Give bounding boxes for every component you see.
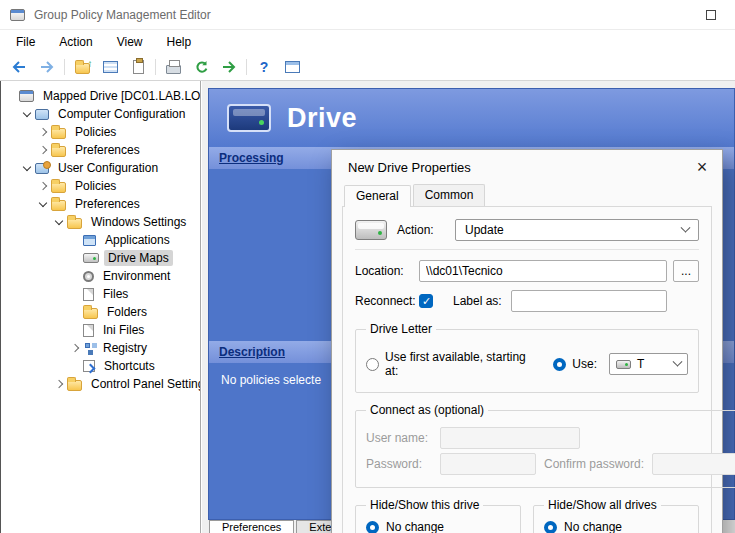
- folder-icon: [67, 380, 82, 391]
- tab-preferences[interactable]: Preferences: [209, 520, 294, 533]
- tree-item-files[interactable]: Files: [1, 285, 200, 303]
- radio-selected-icon[interactable]: [544, 521, 557, 533]
- tree-item-environment[interactable]: Environment: [1, 267, 200, 285]
- help-button[interactable]: ?: [253, 56, 275, 78]
- folder-icon: [51, 146, 66, 157]
- tree-item-computer-preferences[interactable]: Preferences: [1, 141, 200, 159]
- new-drive-properties-dialog: New Drive Properties × General Common Ac…: [331, 149, 723, 533]
- tree-item-computer-configuration[interactable]: Computer Configuration: [1, 105, 200, 123]
- use-radio[interactable]: [553, 358, 566, 371]
- back-icon: [11, 60, 27, 74]
- drive-maps-header-icon: [227, 104, 271, 132]
- connect-as-group: Connect as (optional) User name: Passwor…: [355, 403, 735, 488]
- tab-general[interactable]: General: [344, 185, 411, 207]
- tree-item-label: Drive Maps: [104, 250, 173, 266]
- list-view-icon: [103, 61, 118, 73]
- radio-option[interactable]: No change: [366, 518, 510, 533]
- tree-item-control-panel-settings[interactable]: Control Panel Setting: [1, 375, 200, 393]
- chevron-down-icon: [673, 356, 683, 366]
- menu-help[interactable]: Help: [167, 35, 192, 49]
- maximize-icon: [706, 10, 716, 20]
- toolbar: ?: [0, 54, 735, 81]
- reconnect-label: Reconnect:: [355, 294, 413, 308]
- expander-expanded-icon[interactable]: [53, 216, 65, 228]
- tree-item-user-preferences[interactable]: Preferences: [1, 195, 200, 213]
- tree-item-label: Preferences: [71, 196, 144, 212]
- description-link[interactable]: Description: [219, 345, 285, 359]
- tree-item-label: Registry: [99, 340, 151, 356]
- tab-common[interactable]: Common: [413, 184, 486, 206]
- window-title: Group Policy Management Editor: [34, 8, 211, 22]
- tree-item-shortcuts[interactable]: Shortcuts: [1, 357, 200, 375]
- tree-item-label: Preferences: [71, 142, 144, 158]
- expander-collapsed-icon[interactable]: [37, 180, 49, 192]
- print-button[interactable]: [162, 56, 184, 78]
- menu-action[interactable]: Action: [59, 35, 92, 49]
- export-list-button[interactable]: [218, 56, 240, 78]
- hide-show-this-options: No changeHide this driveShow this drive: [366, 518, 510, 533]
- menu-bar: File Action View Help: [0, 30, 735, 54]
- tree-item-windows-settings[interactable]: Windows Settings: [1, 213, 200, 231]
- hide-show-all-drives-title: Hide/Show all drives: [544, 498, 661, 512]
- radio-selected-icon[interactable]: [366, 521, 379, 533]
- refresh-button[interactable]: [190, 56, 212, 78]
- tree-item-applications[interactable]: Applications: [1, 231, 200, 249]
- close-button[interactable]: ×: [687, 153, 717, 181]
- tree-item-label: Mapped Drive [DC01.LAB.LOCA: [39, 88, 201, 104]
- close-icon: ×: [697, 157, 708, 178]
- expander-expanded-icon[interactable]: [21, 108, 33, 120]
- expander-expanded-icon[interactable]: [37, 198, 49, 210]
- drive-letter-group-title: Drive Letter: [366, 322, 436, 336]
- confirm-password-input: [652, 453, 735, 475]
- label-as-input[interactable]: [511, 290, 667, 312]
- expander-collapsed-icon[interactable]: [37, 126, 49, 138]
- password-input: [440, 453, 536, 475]
- action-dropdown[interactable]: Update: [455, 219, 699, 241]
- processing-link[interactable]: Processing: [219, 151, 284, 165]
- table-view-button[interactable]: [281, 56, 303, 78]
- tree-item-drive-maps[interactable]: Drive Maps: [1, 249, 200, 267]
- tree-item-computer-policies[interactable]: Policies: [1, 123, 200, 141]
- user-name-label: User name:: [366, 431, 432, 445]
- reconnect-checkbox[interactable]: [419, 294, 433, 308]
- drive-letter-row: Use first available, starting at: Use: T: [366, 342, 688, 384]
- forward-button[interactable]: [36, 56, 58, 78]
- list-view-button[interactable]: [99, 56, 121, 78]
- location-input[interactable]: [419, 260, 667, 282]
- expander-expanded-icon[interactable]: [21, 162, 33, 174]
- maximize-button[interactable]: [697, 4, 725, 26]
- back-button[interactable]: [8, 56, 30, 78]
- menu-view[interactable]: View: [117, 35, 143, 49]
- tree-item-user-configuration[interactable]: User Configuration: [1, 159, 200, 177]
- tree-item-root[interactable]: Mapped Drive [DC01.LAB.LOCA: [1, 87, 200, 105]
- drive-letter-icon: [616, 360, 631, 369]
- pane-title: Drive: [287, 103, 357, 134]
- toolbar-separator: [155, 59, 156, 75]
- password-label: Password:: [366, 457, 432, 471]
- hide-show-row: Hide/Show this drive No changeHide this …: [355, 488, 699, 533]
- toolbar-separator: [64, 59, 65, 75]
- expander-collapsed-icon[interactable]: [69, 342, 81, 354]
- dialog-title: New Drive Properties: [348, 160, 471, 175]
- use-first-available-radio[interactable]: [366, 358, 379, 371]
- title-bar: Group Policy Management Editor: [0, 0, 735, 30]
- tree-item-user-policies[interactable]: Policies: [1, 177, 200, 195]
- tree-item-folders[interactable]: Folders: [1, 303, 200, 321]
- tree-item-label: Shortcuts: [100, 358, 159, 374]
- tree-item-registry[interactable]: Registry: [1, 339, 200, 357]
- radio-option-label: No change: [386, 520, 444, 533]
- tree-item-ini-files[interactable]: Ini Files: [1, 321, 200, 339]
- drive-letter-dropdown[interactable]: T: [609, 353, 688, 375]
- expander-collapsed-icon[interactable]: [53, 378, 65, 390]
- dialog-title-bar: New Drive Properties: [332, 150, 722, 184]
- tree-item-label: Folders: [103, 304, 151, 320]
- expander-collapsed-icon[interactable]: [37, 144, 49, 156]
- clipboard-button[interactable]: [127, 56, 149, 78]
- radio-option[interactable]: No change: [544, 518, 688, 533]
- connect-as-group-title: Connect as (optional): [366, 403, 488, 417]
- reconnect-row: Reconnect: Label as:: [355, 290, 699, 312]
- browse-button[interactable]: ...: [673, 260, 699, 282]
- menu-file[interactable]: File: [16, 35, 35, 49]
- expander-spacer: [69, 324, 81, 336]
- up-folder-button[interactable]: [71, 56, 93, 78]
